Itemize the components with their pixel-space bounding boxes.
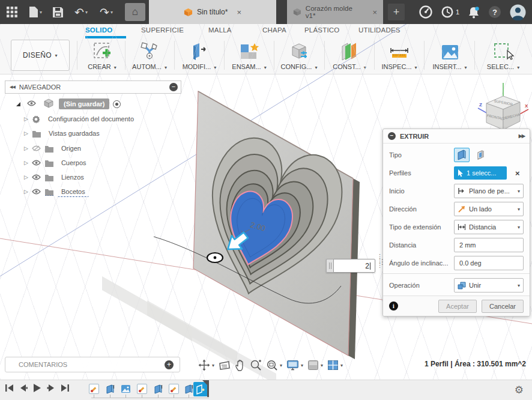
disclosure-open-icon[interactable]	[16, 102, 21, 107]
tree-item-label[interactable]: Lienzos	[58, 172, 88, 182]
tree-item-label[interactable]: Configuración del documento	[44, 114, 138, 124]
eye-icon[interactable]	[32, 189, 41, 195]
look-at-icon[interactable]	[219, 360, 231, 370]
tree-root-row[interactable]: (Sin guardar)	[16, 98, 121, 110]
disclosure-icon[interactable]: ▷	[24, 145, 28, 151]
tree-item-doc-settings[interactable]: ▷ Configuración del documento	[24, 113, 138, 125]
viewports-icon[interactable]: ▾	[327, 360, 343, 371]
job-status-icon[interactable]	[419, 0, 432, 24]
zoom-window-icon[interactable]: ▾	[266, 359, 282, 371]
eye-icon[interactable]	[32, 174, 41, 180]
document-tab-active[interactable]: Sin título* ×	[149, 0, 276, 24]
notifications-clock-icon[interactable]: 1	[441, 0, 459, 24]
ok-button[interactable]: Aceptar	[438, 300, 477, 313]
timeline-step-back-icon[interactable]	[19, 384, 28, 392]
field-label: Distancia	[389, 241, 454, 249]
tree-item-named-views[interactable]: ▷ Vistas guardadas	[24, 127, 103, 139]
disclosure-icon[interactable]: ▷	[24, 160, 28, 166]
distance-input[interactable]: 2 mm	[454, 238, 524, 252]
save-icon[interactable]	[47, 0, 68, 24]
timeline-playhead[interactable]	[202, 380, 210, 398]
caret-icon: ▾	[518, 283, 520, 288]
disclosure-icon[interactable]: ▷	[24, 116, 28, 122]
profiles-selection-button[interactable]: 1 selecc...	[454, 166, 507, 180]
collapse-dialog-icon[interactable]: −	[388, 132, 396, 140]
collapse-panel-icon[interactable]: ◀◀	[5, 85, 19, 89]
svg-text:?: ?	[492, 8, 497, 17]
timeline-extrude-feature[interactable]	[105, 384, 115, 394]
dimension-input-group[interactable]: 2	[326, 259, 375, 273]
timeline-gear-icon[interactable]: ⚙	[515, 384, 524, 396]
close-icon[interactable]: ×	[237, 8, 241, 17]
clear-selection-icon[interactable]: ×	[515, 169, 520, 178]
collapse-circle-icon[interactable]: −	[169, 83, 178, 91]
timeline-extrude-feature[interactable]	[153, 384, 163, 394]
help-icon[interactable]: ?	[488, 0, 501, 24]
tree-item-label[interactable]: Bocetos	[58, 187, 89, 197]
type-extrude-thin-button[interactable]	[473, 148, 489, 162]
cancel-button[interactable]: Cancelar	[482, 300, 524, 313]
timeline-skip-start-icon[interactable]	[5, 384, 14, 392]
tree-item-sketches[interactable]: ▷ Bocetos	[24, 186, 89, 198]
orbit-icon[interactable]: ▾	[198, 359, 214, 371]
add-comment-icon[interactable]: +	[165, 360, 174, 369]
taper-angle-input[interactable]: 0.0 deg	[454, 256, 524, 270]
type-extrude-solid-button[interactable]	[454, 148, 470, 162]
undo-icon[interactable]: ↶▾	[68, 0, 94, 24]
operation-select[interactable]: Unir ▾	[454, 278, 524, 292]
app-grid-icon[interactable]	[0, 0, 24, 24]
timeline-sketch-feature[interactable]	[89, 384, 99, 394]
tree-item-label[interactable]: Cuerpos	[58, 158, 90, 168]
active-component-radio[interactable]	[113, 100, 121, 108]
field-label: Ángulo de inclinac...	[389, 259, 454, 267]
start-select[interactable]: Plano de pe... ▾	[454, 184, 524, 198]
dimension-drag-dots[interactable]: ⋮	[379, 260, 386, 264]
tree-item-bodies[interactable]: ▷ Cuerpos	[24, 157, 90, 169]
redo-icon[interactable]: ↷▾	[94, 0, 119, 24]
tab-title: Sin título*	[197, 8, 228, 16]
field-label: Inicio	[389, 187, 454, 195]
timeline-sketch-feature[interactable]	[137, 384, 147, 394]
document-root-label[interactable]: (Sin guardar)	[59, 98, 109, 109]
close-icon[interactable]: ×	[372, 8, 377, 17]
tree-item-origin[interactable]: ▷ Origen	[24, 142, 85, 154]
timeline-extrude-feature[interactable]	[184, 384, 194, 394]
tree-item-label[interactable]: Origen	[58, 144, 85, 153]
eye-off-icon[interactable]	[32, 145, 41, 151]
timeline-play-icon[interactable]	[33, 383, 41, 393]
timeline-canvas-feature[interactable]	[121, 384, 131, 394]
new-tab-button[interactable]: +	[388, 4, 405, 20]
timeline-step-forward-icon[interactable]	[47, 384, 55, 392]
dimension-value-input[interactable]: 2	[333, 259, 375, 273]
expand-dialog-icon[interactable]: ▶▶	[519, 133, 525, 139]
dimension-input-grip[interactable]	[326, 259, 333, 273]
bell-icon[interactable]	[468, 0, 480, 24]
file-menu-icon[interactable]: ▾	[24, 0, 47, 24]
tab-title: Corazón molde v1*	[306, 5, 364, 19]
info-icon[interactable]: i	[389, 302, 398, 311]
data-home-button[interactable]: ⌂	[125, 3, 145, 21]
view-cube[interactable]: Z X SUPERIOR FRONTAL DERECHA	[474, 79, 532, 135]
timeline-skip-end-icon[interactable]	[61, 384, 70, 392]
visibility-eye-icon[interactable]	[25, 99, 38, 109]
disclosure-icon[interactable]: ▷	[24, 174, 28, 180]
extent-type-select[interactable]: Distancia ▾	[454, 220, 524, 234]
zoom-icon[interactable]	[250, 359, 262, 371]
display-settings-icon[interactable]: ▾	[286, 360, 303, 371]
pan-icon[interactable]	[235, 359, 246, 371]
document-tab-inactive[interactable]: Corazón molde v1* ×	[287, 0, 383, 24]
navigator-title: NAVEGADOR	[19, 83, 61, 91]
folder-icon	[44, 174, 54, 181]
tree-item-canvases[interactable]: ▷ Lienzos	[24, 171, 88, 183]
comments-bar[interactable]: COMENTARIOS +	[5, 357, 180, 372]
visual-effects-icon[interactable]: ▾	[307, 360, 323, 371]
axis-x-label: X	[525, 103, 528, 109]
navigator-header[interactable]: ◀◀ NAVEGADOR −	[5, 80, 181, 94]
disclosure-icon[interactable]: ▷	[24, 130, 28, 136]
eye-icon[interactable]	[32, 160, 41, 166]
avatar[interactable]	[510, 0, 526, 24]
direction-select[interactable]: Un lado ▾	[454, 202, 524, 216]
tree-item-label[interactable]: Vistas guardadas	[45, 129, 103, 138]
timeline-sketch-feature[interactable]	[169, 384, 179, 394]
disclosure-icon[interactable]: ▷	[24, 189, 28, 195]
